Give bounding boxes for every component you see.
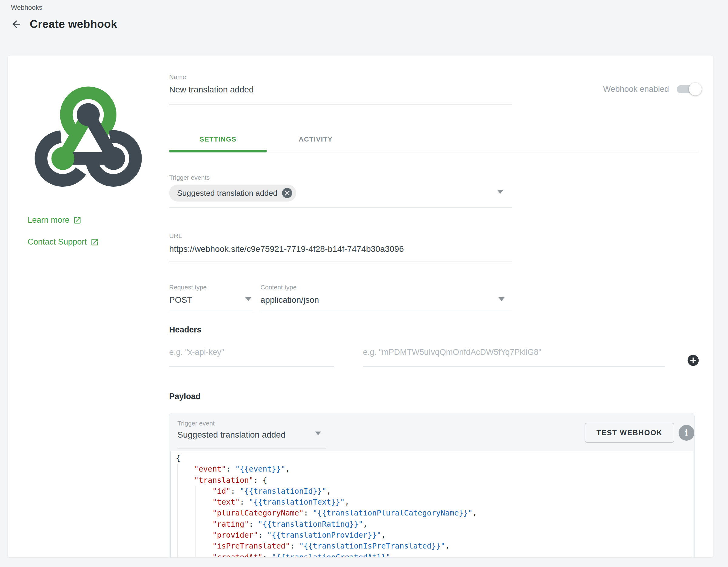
chip-label: Suggested translation added xyxy=(177,189,277,198)
contact-support-link[interactable]: Contact Support xyxy=(28,237,99,247)
request-type-select[interactable]: Request type POST xyxy=(169,284,253,311)
breadcrumb[interactable]: Webhooks xyxy=(11,4,42,12)
add-circle-icon xyxy=(686,354,700,367)
info-icon[interactable]: i xyxy=(679,425,694,441)
url-field[interactable]: URL https://webhook.site/c9e75921-7719-4… xyxy=(169,232,512,262)
name-value[interactable]: New translation added xyxy=(169,85,512,95)
test-webhook-button[interactable]: TEST WEBHOOK xyxy=(585,423,674,443)
payload-code: { "event": "{{event}}", "translation": {… xyxy=(171,451,693,558)
titlebar: Create webhook xyxy=(10,18,117,31)
content-type-select[interactable]: Content type application/json xyxy=(260,284,512,311)
webhook-enabled-label: Webhook enabled xyxy=(603,85,669,94)
payload-trigger-event-label: Trigger event xyxy=(177,419,326,427)
chevron-down-icon[interactable] xyxy=(315,431,321,435)
header-value-input[interactable]: e.g. "mPDMTW5uIvqQmOnfdAcDW5fYq7PkllG8" xyxy=(363,340,665,367)
webhook-enabled-row: Webhook enabled xyxy=(603,85,699,94)
learn-more-link[interactable]: Learn more xyxy=(28,216,82,225)
payload-trigger-event-select[interactable]: Trigger event Suggested translation adde… xyxy=(177,419,326,448)
external-link-icon xyxy=(90,238,99,247)
tab-bar: SETTINGS ACTIVITY xyxy=(169,129,698,153)
external-link-icon xyxy=(73,216,82,225)
request-type-value: POST xyxy=(169,295,253,305)
webhook-card: Learn more Contact Support Name New tran… xyxy=(7,55,714,558)
request-type-label: Request type xyxy=(169,284,253,291)
tab-settings[interactable]: SETTINGS xyxy=(169,129,267,149)
header-key-input[interactable]: e.g. "x-api-key" xyxy=(169,340,334,367)
tab-activity[interactable]: ACTIVITY xyxy=(267,129,364,149)
chip-remove-icon[interactable] xyxy=(281,187,293,199)
payload-panel: Trigger event Suggested translation adde… xyxy=(169,413,695,557)
name-field[interactable]: Name New translation added xyxy=(169,73,512,105)
payload-code-editor[interactable]: { "event": "{{event}}", "translation": {… xyxy=(170,451,693,558)
active-tab-indicator xyxy=(169,150,267,153)
header-value-placeholder: e.g. "mPDMTW5uIvqQmOnfdAcDW5fYq7PkllG8" xyxy=(363,347,665,357)
webhook-logo-icon xyxy=(28,77,149,192)
url-label: URL xyxy=(169,232,512,240)
page: { "page": { "breadcrumb": "Webhooks", "t… xyxy=(0,0,728,567)
add-header-button[interactable] xyxy=(686,354,700,367)
header-key-placeholder: e.g. "x-api-key" xyxy=(169,347,334,357)
url-value[interactable]: https://webhook.site/c9e75921-7719-4f28-… xyxy=(169,244,512,254)
toggle-thumb xyxy=(689,83,702,96)
content-type-label: Content type xyxy=(260,284,512,291)
arrow-back-icon xyxy=(11,18,22,30)
page-title: Create webhook xyxy=(30,18,117,31)
headers-heading: Headers xyxy=(169,325,202,334)
learn-more-label: Learn more xyxy=(28,216,69,225)
name-label: Name xyxy=(169,73,512,81)
chevron-down-icon[interactable] xyxy=(245,297,251,301)
chevron-down-icon[interactable] xyxy=(497,190,503,194)
chevron-down-icon[interactable] xyxy=(498,297,505,301)
trigger-events-label: Trigger events xyxy=(169,174,512,182)
trigger-events-field[interactable]: Trigger events Suggested translation add… xyxy=(169,174,512,208)
content-type-value: application/json xyxy=(260,295,512,305)
payload-heading: Payload xyxy=(169,392,201,401)
back-button[interactable] xyxy=(10,18,23,31)
contact-support-label: Contact Support xyxy=(28,237,87,247)
webhook-enabled-toggle[interactable] xyxy=(677,85,699,93)
payload-trigger-event-value: Suggested translation added xyxy=(177,430,326,440)
trigger-event-chip[interactable]: Suggested translation added xyxy=(169,185,296,202)
